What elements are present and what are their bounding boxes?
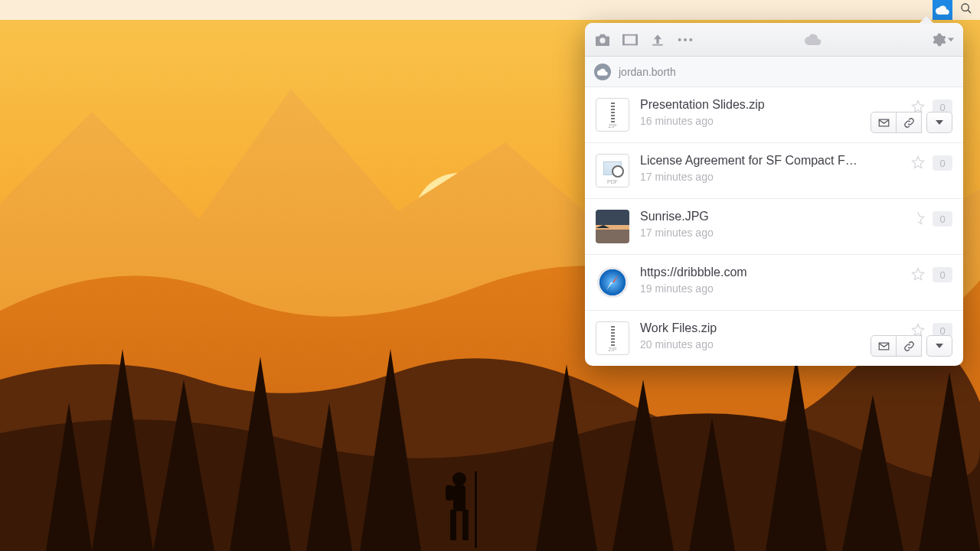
pdf-file-icon <box>596 154 629 187</box>
view-count: 0 <box>933 155 952 171</box>
star-icon[interactable] <box>911 211 925 228</box>
settings-gear-icon[interactable] <box>933 33 954 47</box>
username-label: jordan.borth <box>619 66 676 78</box>
user-row[interactable]: jordan.borth <box>585 57 963 87</box>
list-item[interactable]: https://dribbble.com 19 minutes ago 0 <box>585 255 963 311</box>
svg-rect-14 <box>635 34 638 44</box>
item-time: 17 minutes ago <box>640 171 900 183</box>
item-title: https://dribbble.com <box>640 266 870 279</box>
svg-rect-5 <box>453 485 466 511</box>
item-title: Presentation Slides.zip <box>640 98 870 112</box>
svg-rect-7 <box>462 510 469 540</box>
svg-rect-9 <box>446 485 453 500</box>
svg-point-18 <box>689 37 692 41</box>
popover-toolbar <box>585 23 963 57</box>
upload-icon[interactable] <box>649 31 666 48</box>
star-icon[interactable] <box>911 267 925 284</box>
svg-line-1 <box>968 10 971 13</box>
item-title: License Agreement for SF Compact F… <box>640 154 870 168</box>
svg-rect-15 <box>652 44 662 45</box>
item-actions <box>871 335 952 357</box>
zip-file-icon <box>596 321 629 355</box>
svg-point-16 <box>678 37 681 41</box>
item-time: 17 minutes ago <box>640 227 900 239</box>
list-item[interactable]: Presentation Slides.zip 16 minutes ago 0 <box>585 87 963 143</box>
svg-rect-8 <box>475 471 477 548</box>
menubar-cloud-icon[interactable] <box>933 0 952 20</box>
svg-point-17 <box>684 37 687 41</box>
drops-list: Presentation Slides.zip 16 minutes ago 0… <box>585 87 963 366</box>
svg-rect-13 <box>622 34 625 44</box>
more-icon[interactable] <box>677 31 694 48</box>
list-item[interactable]: Work Files.zip 20 minutes ago 0 <box>585 311 963 366</box>
item-time: 16 minutes ago <box>640 115 900 127</box>
svg-point-10 <box>599 37 605 43</box>
item-time: 19 minutes ago <box>640 282 900 295</box>
list-item[interactable]: Sunrise.JPG 17 minutes ago 0 <box>585 199 963 255</box>
svg-rect-12 <box>624 35 636 44</box>
cloud-status-icon <box>805 31 822 48</box>
star-icon[interactable] <box>911 155 925 172</box>
item-actions <box>871 112 952 133</box>
item-title: Work Files.zip <box>640 321 870 335</box>
menubar-search-icon[interactable] <box>960 2 972 18</box>
more-actions-button[interactable] <box>926 112 952 133</box>
more-actions-button[interactable] <box>926 335 952 357</box>
svg-point-4 <box>452 472 466 486</box>
svg-rect-6 <box>450 510 456 540</box>
item-time: 20 minutes ago <box>640 338 900 350</box>
user-avatar-icon <box>594 64 611 80</box>
svg-rect-20 <box>596 228 629 243</box>
list-item[interactable]: License Agreement for SF Compact F… 17 m… <box>585 143 963 199</box>
menubar <box>0 0 980 20</box>
view-count: 0 <box>933 211 952 227</box>
email-button[interactable] <box>871 112 897 133</box>
link-button[interactable] <box>896 335 922 357</box>
cloud-popover: jordan.borth Presentation Slides.zip 16 … <box>585 23 963 366</box>
zip-file-icon <box>596 98 629 132</box>
video-icon[interactable] <box>622 31 639 48</box>
svg-point-0 <box>962 4 969 11</box>
link-button[interactable] <box>896 112 922 133</box>
view-count: 0 <box>933 267 952 282</box>
email-button[interactable] <box>871 335 897 357</box>
image-thumbnail <box>596 210 629 243</box>
item-title: Sunrise.JPG <box>640 210 870 223</box>
safari-icon <box>596 266 629 299</box>
camera-icon[interactable] <box>594 31 611 48</box>
